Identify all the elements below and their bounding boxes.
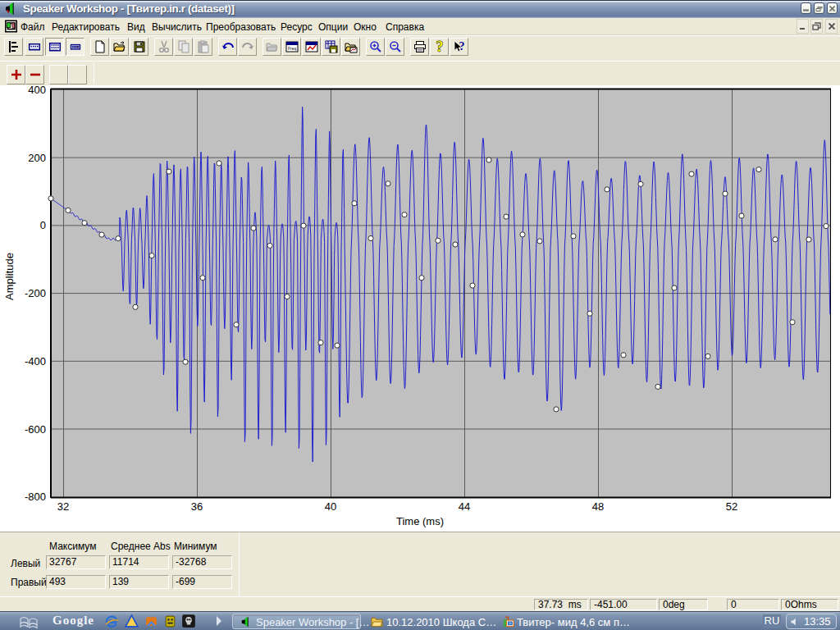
svg-text:-600: -600	[25, 423, 46, 436]
svg-text:-400: -400	[25, 355, 46, 368]
svg-text:32: 32	[57, 500, 69, 513]
svg-text:?: ?	[436, 40, 443, 53]
svg-text:36: 36	[191, 500, 203, 513]
svg-text:Freq: Freq	[288, 46, 297, 51]
svg-text:-800: -800	[25, 491, 46, 503]
svg-text:52: 52	[726, 500, 737, 513]
svg-text:200: 200	[28, 152, 46, 164]
svg-text:Time (ms): Time (ms)	[396, 515, 444, 527]
svg-text:48: 48	[592, 500, 604, 513]
svg-text:400: 400	[28, 84, 46, 96]
svg-text:0: 0	[40, 219, 46, 231]
svg-text:Amplitude: Amplitude	[3, 253, 16, 300]
svg-text:44: 44	[459, 500, 470, 513]
svg-text:-200: -200	[25, 287, 46, 299]
svg-text:40: 40	[325, 500, 336, 513]
